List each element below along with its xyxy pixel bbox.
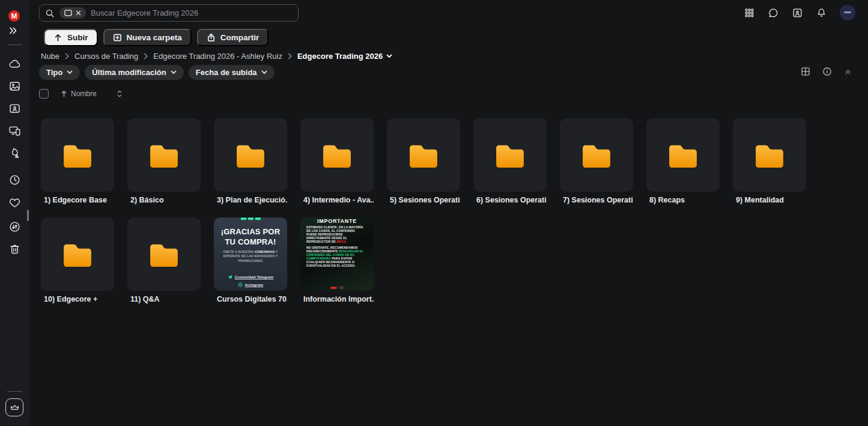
upload-button[interactable]: Subir — [44, 29, 98, 46]
clipped-green-text — [214, 218, 287, 220]
folder-icon — [149, 142, 179, 168]
sort-direction-button[interactable] — [61, 90, 67, 97]
new-folder-button[interactable]: Nueva carpeta — [103, 29, 192, 46]
sync-warning-button[interactable] — [8, 146, 22, 160]
devices-button[interactable] — [8, 124, 22, 138]
folder-card[interactable]: 4) Intermedio - Ava... — [300, 118, 374, 205]
thumb-subtitle: ÚNETE A NUESTRA COMUNIDAD Y ENTÉRATE DE … — [220, 249, 281, 263]
filter-modified-label: Última modificación — [92, 68, 166, 77]
folder-tile — [41, 118, 114, 192]
search-icon — [45, 8, 55, 18]
breadcrumb-item-cursos[interactable]: Cursos de Trading — [74, 52, 138, 61]
folder-icon — [495, 142, 525, 168]
share-button[interactable]: Compartir — [197, 29, 269, 46]
sort-toggle-button[interactable] — [117, 90, 122, 97]
share-label: Compartir — [220, 33, 259, 42]
folder-icon — [322, 142, 352, 168]
file-card[interactable]: ¡GRACIAS POR TU COMPRA! ÚNETE A NUESTRA … — [214, 218, 287, 304]
folder-card[interactable]: 5) Sesiones Operati... — [387, 118, 460, 205]
breadcrumb-item-parent[interactable]: Edgecore Trading 2026 - Ashley Ruiz — [153, 52, 282, 61]
folder-icon — [235, 142, 266, 168]
search-bar[interactable] — [39, 4, 299, 22]
sync-warning-icon — [8, 147, 21, 159]
view-controls — [800, 66, 852, 77]
file-thumbnail-importante: IMPORTANTE ESTIMADO CLIENTE: EN LA MAYOR… — [300, 218, 374, 291]
folder-label: 4) Intermedio - Ava... — [300, 196, 374, 205]
folder-label: 5) Sesiones Operati... — [387, 196, 460, 205]
apps-grid-button[interactable] — [744, 7, 755, 19]
chevron-up-icon — [117, 90, 122, 93]
chat-button[interactable] — [768, 7, 779, 19]
list-header: Nombre — [39, 88, 122, 100]
filter-type-chip[interactable]: Tipo — [39, 65, 80, 80]
folder-tile — [473, 118, 547, 192]
photos-button[interactable] — [8, 79, 22, 93]
sort-by-label[interactable]: Nombre — [71, 90, 97, 98]
instagram-link: Instagram — [238, 282, 263, 287]
upload-arrow-icon — [53, 33, 62, 42]
double-chevron-right-icon — [9, 27, 17, 34]
chevron-down-icon — [261, 70, 267, 75]
new-folder-icon — [113, 33, 122, 42]
chevron-right-icon — [287, 53, 293, 59]
filter-modified-chip[interactable]: Última modificación — [85, 65, 184, 80]
folder-card[interactable]: 2) Básico — [127, 118, 201, 205]
filter-upload-date-chip[interactable]: Fecha de subida — [189, 65, 275, 80]
folder-card[interactable]: 10) Edgecore + — [41, 218, 114, 304]
contacts-icon — [792, 7, 803, 19]
sidebar-scrollbar[interactable] — [27, 210, 29, 221]
expand-sidebar-button[interactable] — [9, 27, 17, 34]
folder-icon — [408, 142, 439, 168]
folder-label: 1) Edgecore Base — [41, 196, 114, 205]
search-scope-chip[interactable] — [59, 7, 86, 19]
file-card[interactable]: IMPORTANTE ESTIMADO CLIENTE: EN LA MAYOR… — [300, 218, 374, 304]
shared-folder-button[interactable] — [8, 102, 22, 115]
folder-card[interactable]: 9) Mentalidad — [733, 118, 806, 205]
upgrade-button[interactable] — [5, 398, 23, 416]
avatar[interactable] — [840, 5, 855, 20]
folder-card[interactable]: 8) Recaps — [646, 118, 720, 205]
photos-icon — [8, 80, 21, 93]
notifications-button[interactable] — [816, 7, 827, 19]
mega-logo[interactable]: M — [8, 10, 20, 22]
share-icon — [207, 33, 216, 42]
favourites-button[interactable] — [8, 196, 22, 210]
breadcrumb-item-nube[interactable]: Nube — [41, 52, 59, 61]
transfers-icon — [8, 221, 21, 233]
folder-card[interactable]: 11) Q&A — [127, 218, 201, 304]
chevron-right-icon — [64, 53, 70, 59]
grid-view-button[interactable] — [800, 66, 811, 77]
breadcrumb-current[interactable]: Edgecore Trading 2026 — [297, 52, 392, 61]
folder-icon — [149, 242, 179, 267]
contacts-button[interactable] — [792, 7, 803, 19]
grid-view-icon — [800, 66, 811, 77]
select-all-checkbox[interactable] — [39, 89, 49, 99]
folder-card[interactable]: 1) Edgecore Base — [41, 118, 114, 205]
folder-card[interactable]: 7) Sesiones Operati... — [560, 118, 633, 205]
thumb-title: ¡GRACIAS POR TU COMPRA! — [214, 227, 287, 247]
info-button[interactable] — [822, 66, 833, 77]
breadcrumb-current-label: Edgecore Trading 2026 — [297, 52, 383, 61]
recents-button[interactable] — [8, 173, 22, 187]
search-input[interactable] — [91, 8, 293, 17]
cloud-drive-button[interactable] — [8, 57, 22, 71]
filter-bar: Tipo Última modificación Fecha de subida — [39, 65, 275, 80]
folder-card[interactable]: 6) Sesiones Operati... — [473, 118, 547, 205]
folder-card[interactable]: 3) Plan de Ejecució... — [214, 118, 287, 205]
rubbish-bin-button[interactable] — [8, 242, 22, 256]
close-icon[interactable] — [76, 10, 81, 16]
clock-icon — [8, 174, 21, 186]
chevron-down-icon — [386, 54, 392, 58]
telegram-icon — [228, 275, 232, 279]
chevron-right-icon — [143, 53, 148, 59]
folder-label: 8) Recaps — [646, 196, 720, 205]
breadcrumb: Nube Cursos de Trading Edgecore Trading … — [41, 52, 392, 61]
folder-icon — [62, 242, 93, 267]
folder-icon — [668, 142, 698, 168]
transfers-button[interactable] — [8, 220, 22, 234]
file-thumbnail-gracias: ¡GRACIAS POR TU COMPRA! ÚNETE A NUESTRA … — [214, 218, 287, 291]
collapse-button[interactable] — [843, 67, 852, 76]
folder-tile — [300, 118, 374, 192]
folder-tile — [214, 118, 287, 192]
folder-label: 7) Sesiones Operati... — [560, 196, 633, 205]
